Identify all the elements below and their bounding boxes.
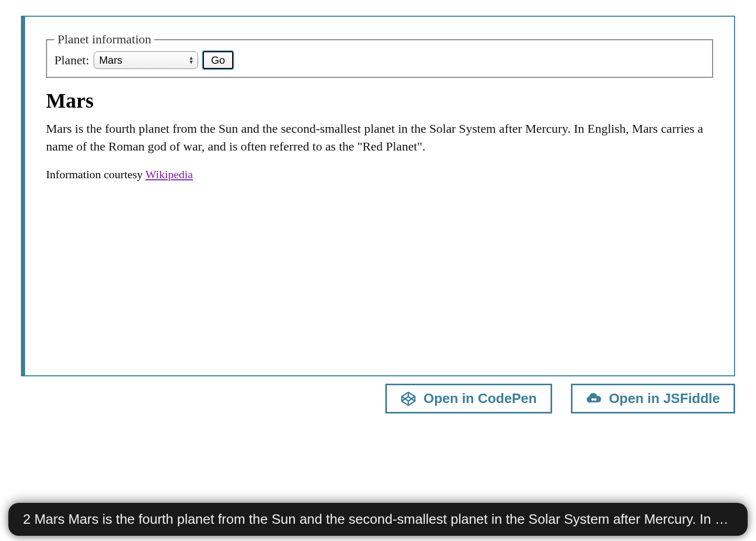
planet-select[interactable]: Mars [94,51,198,69]
codepen-icon [400,391,416,407]
open-jsfiddle-button[interactable]: Open in JSFiddle [571,384,735,413]
codepen-label: Open in CodePen [423,390,537,407]
jsfiddle-icon [586,391,602,407]
planet-fieldset: Planet information Planet: Mars ▲▼ Go [46,32,713,78]
go-button[interactable]: Go [202,51,234,70]
article-description: Mars is the fourth planet from the Sun a… [46,120,713,155]
article-title: Mars [46,88,713,113]
demo-frame: Planet information Planet: Mars ▲▼ Go Ma… [21,16,735,376]
playground-button-row: Open in CodePen Open in JSFiddle [21,384,735,413]
fieldset-legend: Planet information [54,32,154,47]
article-credit: Information courtesy Wikipedia [46,168,713,181]
credit-prefix: Information courtesy [46,168,145,181]
planet-label: Planet: [54,53,89,67]
open-codepen-button[interactable]: Open in CodePen [385,384,552,413]
jsfiddle-label: Open in JSFiddle [609,390,720,407]
wikipedia-link[interactable]: Wikipedia [145,168,193,181]
planet-row: Planet: Mars ▲▼ Go [54,51,705,70]
